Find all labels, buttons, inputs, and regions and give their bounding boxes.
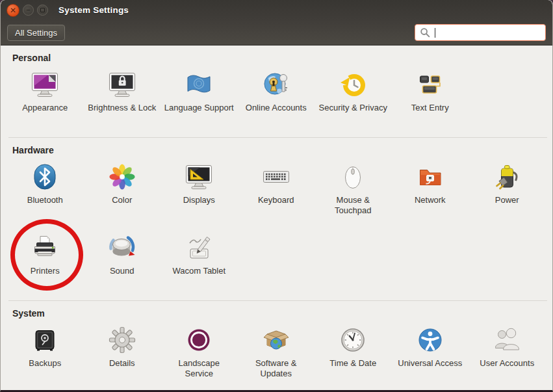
appearance-icon	[29, 69, 60, 100]
toolbar: All Settings	[1, 20, 552, 45]
settings-item-power[interactable]: Power	[469, 159, 546, 229]
settings-item-keyboard[interactable]: Keyboard	[238, 159, 315, 229]
keyboard-icon	[261, 161, 292, 192]
settings-item-brightness-lock[interactable]: Brightness & Lock	[84, 66, 161, 137]
network-icon	[415, 161, 446, 192]
settings-item-displays[interactable]: Displays	[161, 159, 238, 229]
minimize-window-icon[interactable]: −	[23, 5, 34, 16]
settings-item-label: Mouse & Touchpad	[317, 195, 389, 216]
printers-icon	[29, 232, 60, 263]
settings-item-mouse-touchpad[interactable]: Mouse & Touchpad	[315, 159, 392, 229]
mouse-touchpad-icon	[337, 161, 368, 192]
time-date-icon	[337, 324, 368, 356]
settings-item-sound[interactable]: Sound	[84, 229, 161, 300]
sound-icon	[107, 232, 138, 263]
maximize-glyph	[40, 8, 45, 12]
section-grid: AppearanceBrightness & LockLanguage Supp…	[1, 66, 552, 137]
settings-item-universal-access[interactable]: Universal Access	[392, 322, 469, 388]
settings-item-label: Appearance	[22, 103, 68, 113]
bluetooth-icon	[29, 161, 60, 192]
window-header: ✕ − System Settings All Settings	[1, 0, 552, 46]
settings-item-label: Details	[109, 358, 135, 369]
settings-item-language-support[interactable]: Language Support	[161, 66, 238, 137]
settings-item-online-accounts[interactable]: Online Accounts	[238, 66, 315, 137]
settings-item-label: Brightness & Lock	[88, 103, 156, 113]
titlebar[interactable]: ✕ − System Settings	[1, 0, 552, 20]
content: PersonalAppearanceBrightness & LockLangu…	[1, 46, 552, 388]
maximize-window-icon[interactable]	[37, 5, 48, 16]
settings-item-printers[interactable]: Printers	[6, 229, 84, 300]
online-accounts-icon	[261, 69, 292, 100]
settings-item-label: Security & Privacy	[319, 103, 387, 113]
settings-item-label: Time & Date	[329, 358, 376, 369]
settings-item-appearance[interactable]: Appearance	[6, 66, 84, 137]
settings-item-label: Language Support	[164, 103, 234, 113]
settings-item-label: Online Accounts	[246, 103, 307, 113]
universal-access-icon	[415, 324, 446, 356]
details-icon	[107, 324, 138, 356]
section-title: Hardware	[1, 138, 552, 159]
window-title: System Settings	[58, 5, 129, 15]
backups-icon	[29, 324, 60, 356]
settings-item-backups[interactable]: Backups	[6, 322, 84, 388]
settings-item-label: Universal Access	[398, 358, 462, 369]
section-personal: PersonalAppearanceBrightness & LockLangu…	[1, 46, 552, 137]
search-icon	[420, 27, 430, 38]
settings-item-label: Wacom Tablet	[172, 266, 225, 276]
settings-item-details[interactable]: Details	[84, 322, 161, 388]
section-grid: BackupsDetailsLandscape ServiceSoftware …	[1, 322, 552, 388]
landscape-service-icon	[183, 324, 214, 356]
search-box[interactable]	[415, 24, 546, 41]
settings-item-label: Network	[415, 195, 446, 205]
settings-item-network[interactable]: Network	[392, 159, 469, 229]
settings-item-label: Displays	[183, 195, 215, 205]
text-entry-icon	[415, 69, 446, 100]
settings-item-label: Text Entry	[411, 103, 449, 113]
user-accounts-icon	[491, 324, 522, 356]
power-icon	[491, 161, 522, 192]
language-support-icon	[183, 69, 214, 100]
settings-item-label: Keyboard	[258, 195, 294, 205]
close-window-icon[interactable]: ✕	[6, 4, 19, 17]
settings-item-label: Bluetooth	[27, 195, 63, 205]
search-input[interactable]	[437, 28, 541, 38]
settings-item-label: Printers	[31, 266, 60, 276]
section-title: Personal	[1, 46, 552, 66]
software-updates-icon	[261, 324, 292, 356]
settings-item-wacom-tablet[interactable]: Wacom Tablet	[161, 229, 238, 300]
settings-item-label: Power	[495, 195, 519, 205]
settings-item-label: Color	[112, 195, 132, 205]
all-settings-button[interactable]: All Settings	[7, 25, 65, 41]
settings-item-time-date[interactable]: Time & Date	[315, 322, 392, 388]
brightness-lock-icon	[107, 69, 138, 100]
system-settings-window: ✕ − System Settings All Settings Persona…	[0, 0, 553, 392]
settings-item-label: Landscape Service	[163, 358, 235, 379]
settings-item-label: Software & Updates	[240, 358, 312, 379]
settings-item-software-updates[interactable]: Software & Updates	[238, 322, 315, 388]
section-grid: BluetoothColorDisplaysKeyboardMouse & To…	[1, 159, 552, 300]
text-caret	[435, 28, 435, 38]
settings-item-label: User Accounts	[480, 358, 534, 369]
settings-item-text-entry[interactable]: Text Entry	[392, 66, 469, 137]
displays-icon	[183, 161, 214, 192]
settings-item-label: Backups	[29, 358, 61, 369]
wacom-tablet-icon	[183, 232, 214, 263]
section-title: System	[1, 301, 552, 322]
section-hardware: HardwareBluetoothColorDisplaysKeyboardMo…	[1, 138, 552, 300]
settings-item-user-accounts[interactable]: User Accounts	[469, 322, 546, 388]
section-system: SystemBackupsDetailsLandscape ServiceSof…	[1, 301, 552, 388]
settings-item-label: Sound	[110, 266, 135, 276]
settings-item-security-privacy[interactable]: Security & Privacy	[315, 66, 392, 137]
settings-item-bluetooth[interactable]: Bluetooth	[6, 159, 84, 229]
color-icon	[107, 161, 138, 192]
security-privacy-icon	[337, 69, 368, 100]
settings-item-landscape-service[interactable]: Landscape Service	[161, 322, 238, 388]
settings-item-color[interactable]: Color	[84, 159, 161, 229]
